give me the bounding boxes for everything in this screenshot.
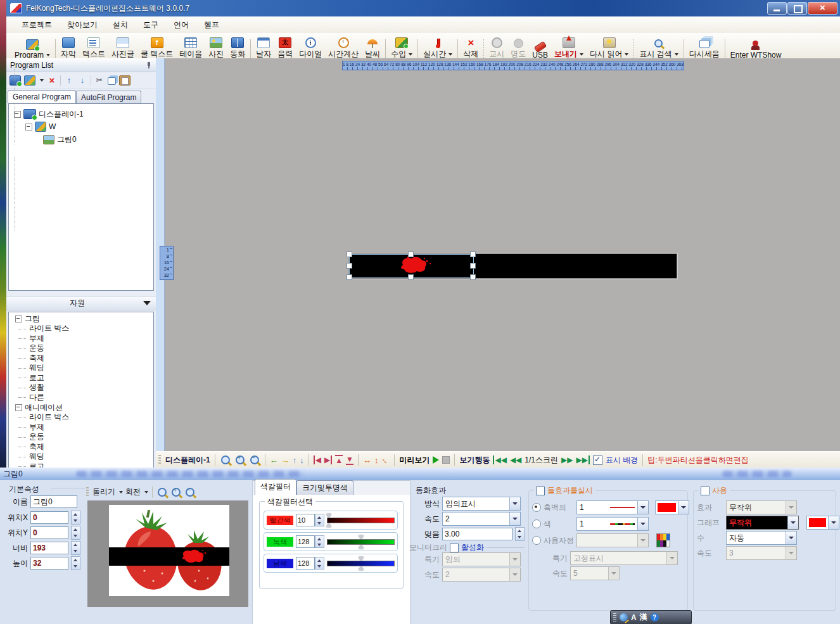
menu-language[interactable]: 언어 [166, 17, 196, 33]
toolbar-table-button[interactable]: 테이을 [176, 37, 205, 60]
name-input[interactable]: 그림0 [30, 495, 77, 508]
pos-x-spinner[interactable] [71, 511, 80, 525]
resource-item[interactable]: 운동 [10, 343, 152, 353]
collapse-icon[interactable] [15, 404, 22, 411]
stretch-full-icon[interactable]: ↔ [379, 454, 392, 466]
zoom-out-icon[interactable] [250, 455, 259, 464]
mono-radio[interactable] [532, 503, 541, 512]
align-right-icon[interactable]: ▶ [324, 455, 332, 464]
resource-item[interactable]: 라이트 박스 [10, 324, 152, 334]
blue-value-input[interactable]: 128 [296, 557, 315, 570]
selection-handle[interactable] [408, 252, 414, 257]
stay-input[interactable]: 3.00 [442, 528, 512, 540]
last-screen-icon[interactable]: ▶▶ [576, 455, 590, 464]
use-checkbox[interactable] [701, 487, 710, 495]
align-left-icon[interactable]: ◀ [314, 455, 321, 464]
resource-item[interactable]: 축제 [10, 353, 152, 364]
toolbar-rebuild-button[interactable]: 다시세음 [686, 37, 723, 60]
tree-node-image[interactable]: 그림0 [10, 133, 152, 146]
graph-combo[interactable]: 무작위 [726, 516, 799, 530]
palette-button[interactable] [656, 533, 670, 547]
toolbar-text-button[interactable]: 텍스트 [79, 37, 108, 60]
resources-header[interactable]: 자원 [6, 296, 156, 310]
rotate-button[interactable]: 회전 [125, 487, 141, 497]
toolbar-send-button[interactable]: 보내기 [551, 37, 587, 60]
activate-label[interactable]: 활성화 [461, 542, 484, 553]
menu-browse[interactable]: 찾아보기 [60, 17, 105, 33]
ime-mode-latin[interactable]: A [631, 613, 637, 622]
toolbar-dial-button[interactable]: 다이얼 [296, 37, 325, 60]
toolbar-lunar-button[interactable]: 음력 [274, 37, 296, 60]
prev-screen-icon[interactable]: ◀◀ [510, 455, 521, 464]
zoom-in-icon[interactable] [172, 488, 181, 497]
resource-item[interactable]: 부제 [10, 423, 152, 433]
blue-slider-handle[interactable] [359, 557, 364, 570]
tab-color-filter[interactable]: 색갈필터 [255, 479, 296, 495]
tab-general-program[interactable]: General Program [8, 90, 76, 103]
menu-tools[interactable]: 도구 [136, 17, 166, 33]
toolbar-usb-button[interactable]: USB [529, 41, 551, 60]
selection-handle[interactable] [470, 274, 476, 280]
move-left-icon[interactable]: ← [270, 455, 278, 465]
delete-node-icon[interactable] [47, 76, 57, 85]
selection-handle[interactable] [470, 252, 476, 257]
selection-handle[interactable] [408, 274, 414, 280]
green-value-input[interactable]: 128 [296, 535, 315, 548]
pos-y-input[interactable]: 0 [30, 526, 68, 539]
pos-x-input[interactable]: 0 [30, 511, 68, 524]
red-slider-handle[interactable] [326, 514, 332, 527]
tree-node-program[interactable]: W [10, 120, 152, 133]
tab-size-transparency[interactable]: 크기및투명색 [296, 480, 353, 495]
resource-item[interactable]: 라이트 박스 [10, 412, 152, 423]
green-spinner[interactable] [315, 535, 324, 548]
mono-color-combo[interactable] [655, 500, 689, 514]
move-right-icon[interactable]: → [281, 455, 290, 465]
toolbar-timecalc-button[interactable]: 시간계산 [325, 37, 362, 60]
dropdown-caret[interactable] [40, 79, 44, 82]
resource-group-animation[interactable]: 애니메이션 [10, 402, 152, 412]
toolbar-weather-button[interactable]: 날씨 [362, 39, 383, 60]
pos-y-spinner[interactable] [71, 526, 80, 540]
selection-handle[interactable] [470, 263, 476, 269]
paste-icon[interactable] [119, 75, 130, 86]
resource-item[interactable]: 다른 [10, 393, 152, 403]
collapse-icon[interactable] [25, 124, 32, 131]
toolbar-animation-button[interactable]: 동화 [227, 37, 248, 60]
resource-item[interactable]: 부제 [10, 334, 152, 344]
zoom-icon[interactable] [158, 488, 167, 497]
width-spinner[interactable] [71, 541, 80, 555]
resource-item[interactable]: 로고 [10, 373, 152, 383]
minimize-button[interactable] [767, 2, 787, 15]
selection-handle[interactable] [347, 274, 352, 280]
show-background-checkbox[interactable] [593, 455, 602, 465]
move-down-icon[interactable]: ↓ [300, 455, 304, 465]
zoom-icon[interactable] [221, 455, 230, 464]
cut-icon[interactable] [94, 76, 105, 85]
play-icon[interactable] [433, 456, 439, 464]
menu-project[interactable]: 프로젝트 [14, 17, 60, 33]
image-preview-area[interactable] [87, 500, 248, 607]
move-up-icon[interactable] [64, 76, 74, 85]
toolbar-delete-button[interactable]: 삭제 [460, 39, 481, 60]
dropdown-caret[interactable] [119, 491, 123, 493]
toolbar-phototext-button[interactable]: 사진글 [108, 37, 137, 60]
menu-setup[interactable]: 설치 [105, 17, 136, 33]
count-combo[interactable]: 자동 [726, 531, 797, 545]
toolbar-program-button[interactable]: Program [11, 39, 53, 60]
resource-item[interactable]: 축제 [10, 442, 152, 452]
resource-group-image[interactable]: 그림 [10, 314, 152, 324]
monitor-clean-checkbox[interactable] [450, 544, 459, 552]
blue-slider[interactable] [327, 561, 395, 566]
toolbar-photo-button[interactable]: 사진 [205, 37, 227, 60]
toolbar-realtime-button[interactable]: 실시간 [420, 39, 455, 60]
tab-autofit-program[interactable]: AutoFit Program [76, 91, 141, 103]
first-screen-icon[interactable]: ◀◀ [493, 455, 506, 464]
height-spinner[interactable] [71, 556, 80, 570]
ime-language-icon[interactable] [620, 613, 628, 621]
selection-handle[interactable] [347, 252, 352, 257]
border-effect-checkbox[interactable] [536, 487, 545, 495]
collapse-icon[interactable] [15, 315, 22, 322]
stay-spinner[interactable] [515, 527, 525, 541]
height-input[interactable]: 32 [30, 557, 68, 570]
red-value-input[interactable]: 10 [296, 514, 315, 526]
